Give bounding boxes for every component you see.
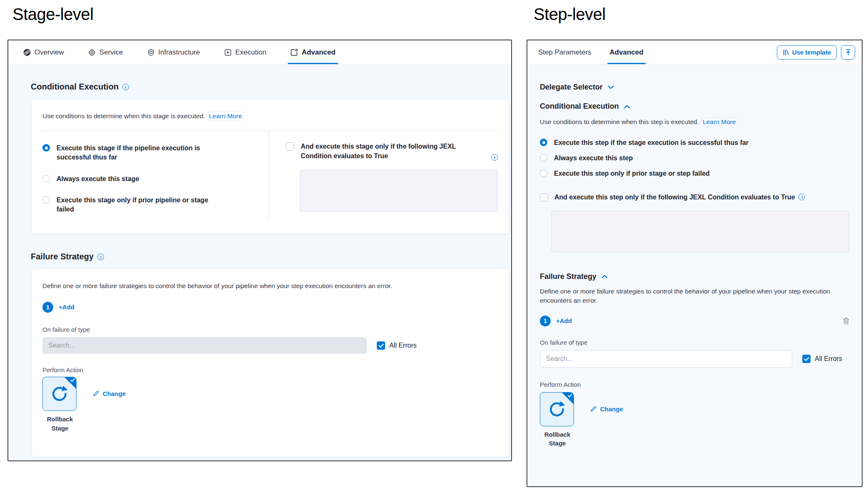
step-level-title: Step-level — [534, 5, 606, 24]
rollback-stage-tile[interactable] — [540, 392, 574, 426]
tab-advanced[interactable]: Advanced — [610, 40, 643, 64]
radio-icon[interactable] — [42, 175, 50, 182]
perform-action-row: Change — [42, 377, 498, 411]
info-icon[interactable]: i — [97, 254, 104, 260]
tab-advanced[interactable]: Advanced — [290, 40, 335, 64]
jexl-label: And execute this stage only if the follo… — [301, 142, 487, 161]
radio-icon[interactable] — [42, 196, 50, 204]
conditional-execution-description: Use conditions to determine when this st… — [42, 112, 498, 121]
infrastructure-icon — [147, 49, 155, 56]
heading-text: Failure Strategy — [31, 252, 94, 261]
jexl-checkbox[interactable] — [286, 142, 294, 151]
radio-selected-icon[interactable] — [540, 139, 547, 146]
action-name-line2: Stage — [540, 439, 575, 448]
step-panel: Step Parameters Advanced Use template De… — [527, 40, 863, 487]
radio-option-success[interactable]: Execute this step if the stage execution… — [540, 138, 849, 147]
jexl-checkbox-row[interactable]: And execute this stage only if the follo… — [286, 142, 498, 161]
tab-label: Overview — [35, 48, 64, 57]
action-name: Rollback Stage — [42, 415, 77, 433]
strategy-count-badge[interactable]: 1 — [540, 316, 551, 326]
jexl-checkbox-row[interactable]: And execute this step only if the follow… — [540, 193, 849, 202]
description-text: Use conditions to determine when this st… — [540, 118, 699, 125]
delegate-selector-header[interactable]: Delegate Selector — [540, 83, 849, 92]
radio-option-failed[interactable]: Execute this stage only if prior pipelin… — [42, 196, 252, 214]
radio-option-always[interactable]: Always execute this step — [540, 154, 849, 163]
perform-action-label: Perform Action — [540, 381, 849, 388]
radio-label: Execute this stage only if prior pipelin… — [57, 196, 215, 214]
jexl-condition-input[interactable] — [300, 170, 498, 211]
jexl-label: And execute this step only if the follow… — [554, 193, 795, 202]
all-errors-option[interactable]: All Errors — [377, 341, 417, 350]
info-icon[interactable]: i — [491, 154, 498, 161]
trash-icon — [843, 317, 849, 324]
jexl-checkbox[interactable] — [540, 193, 548, 201]
radio-option-failed[interactable]: Execute this step only if prior stage or… — [540, 169, 849, 178]
conditional-execution-card: Use conditions to determine when this st… — [32, 100, 509, 234]
save-as-template-button[interactable] — [841, 45, 855, 60]
heading-text: Conditional Execution — [31, 82, 119, 92]
learn-more-link[interactable]: Learn More — [207, 112, 244, 120]
description-text: Use conditions to determine when this st… — [42, 112, 205, 119]
failure-type-search-input[interactable] — [540, 350, 792, 368]
step-tabbar: Step Parameters Advanced Use template — [527, 40, 862, 65]
on-failure-label: On failure of type — [540, 339, 849, 346]
action-name-line1: Rollback — [540, 430, 575, 439]
radio-label: Execute this step only if prior stage or… — [554, 169, 710, 178]
stage-tabbar: Overview Service Infrastructure Executio… — [8, 40, 511, 65]
heading-text: Conditional Execution — [540, 102, 619, 111]
change-action-button[interactable]: Change — [590, 405, 623, 413]
radio-icon[interactable] — [540, 169, 547, 177]
tab-infrastructure[interactable]: Infrastructure — [147, 40, 200, 64]
failure-strategy-description: Define one or more failure strategies to… — [540, 287, 849, 306]
delete-strategy-button[interactable] — [843, 317, 849, 324]
all-errors-checkbox[interactable] — [802, 355, 811, 363]
strategy-add-row: 1 +Add — [42, 302, 498, 313]
radio-option-success[interactable]: Execute this stage if the pipeline execu… — [42, 144, 252, 162]
strategy-count-badge[interactable]: 1 — [42, 302, 53, 313]
radio-icon[interactable] — [540, 154, 547, 162]
upload-icon — [845, 49, 852, 56]
conditional-execution-header[interactable]: Conditional Execution — [540, 102, 849, 111]
heading-text: Delegate Selector — [540, 83, 603, 92]
chevron-up-icon — [624, 104, 630, 109]
execution-options: Execute this step if the stage execution… — [540, 138, 849, 178]
info-icon[interactable]: i — [799, 194, 805, 200]
use-template-button[interactable]: Use template — [777, 45, 837, 60]
rollback-stage-tile[interactable] — [42, 377, 77, 411]
learn-more-link[interactable]: Learn More — [701, 117, 738, 126]
gear-icon — [88, 49, 96, 56]
tab-service[interactable]: Service — [88, 40, 123, 64]
add-strategy-button[interactable]: +Add — [59, 303, 74, 311]
tab-label: Advanced — [610, 48, 643, 57]
step-content: Delegate Selector Conditional Execution … — [527, 83, 862, 487]
pencil-icon — [590, 405, 597, 413]
jexl-section: And execute this stage only if the follo… — [269, 131, 498, 221]
tab-execution[interactable]: Execution — [224, 40, 267, 64]
check-icon — [378, 343, 384, 348]
failure-strategy-header[interactable]: Failure Strategy — [540, 272, 849, 281]
radio-option-always[interactable]: Always execute this stage — [42, 174, 252, 184]
tab-overview[interactable]: Overview — [23, 40, 64, 64]
add-strategy-button[interactable]: +Add — [556, 317, 572, 324]
radio-selected-icon[interactable] — [42, 144, 50, 152]
pipeline-icon — [23, 49, 31, 56]
jexl-condition-input[interactable] — [551, 211, 849, 252]
all-errors-option[interactable]: All Errors — [802, 354, 842, 363]
radio-label: Always execute this stage — [57, 174, 139, 184]
info-icon[interactable]: i — [122, 84, 129, 90]
tab-label: Advanced — [302, 48, 335, 57]
chevron-up-icon — [601, 274, 608, 279]
strategy-add-row: 1 +Add — [540, 316, 849, 326]
conditional-execution-description: Use conditions to determine when this st… — [540, 117, 849, 127]
execution-options: Execute this stage if the pipeline execu… — [42, 131, 269, 221]
all-errors-label: All Errors — [815, 355, 842, 363]
heading-text: Failure Strategy — [540, 272, 596, 281]
change-action-button[interactable]: Change — [92, 390, 126, 397]
failure-type-search-input[interactable] — [42, 337, 367, 354]
failure-strategy-card: Define one or more failure strategies to… — [32, 269, 509, 457]
action-name: Rollback Stage — [540, 430, 575, 448]
tab-step-parameters[interactable]: Step Parameters — [538, 40, 591, 64]
tab-label: Execution — [235, 48, 267, 57]
conditional-execution-heading: Conditional Execution i — [31, 82, 511, 92]
all-errors-checkbox[interactable] — [377, 341, 385, 350]
